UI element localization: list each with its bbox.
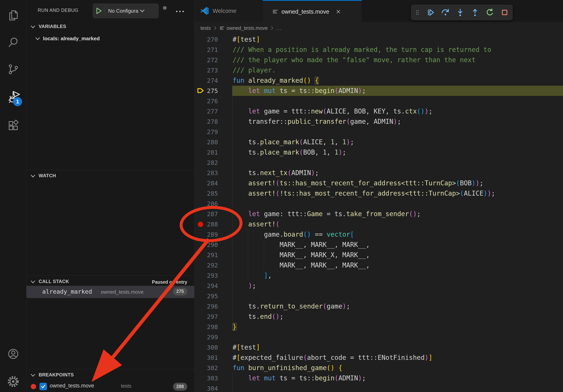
breakpoint-list-item[interactable]: owned_tests.move tests 288 bbox=[26, 381, 194, 392]
line-number: 290 bbox=[194, 240, 218, 250]
debug-config-dropdown[interactable]: No Configura bbox=[93, 3, 159, 18]
line-number: 304 bbox=[194, 383, 218, 392]
code-line-304[interactable]: 304 bbox=[194, 383, 563, 392]
code-line-293[interactable]: 293 ], bbox=[194, 270, 563, 281]
code-text: #[expected_failure(abort_code = ttt::ENo… bbox=[232, 353, 563, 363]
code-line-300[interactable]: 300#[test] bbox=[194, 342, 563, 353]
chevron-down-icon[interactable] bbox=[30, 174, 36, 178]
code-line-274[interactable]: 274fun already_marked() { bbox=[194, 75, 563, 86]
search-icon[interactable] bbox=[7, 36, 19, 49]
activity-bar: 1 bbox=[0, 0, 26, 392]
stop-icon[interactable] bbox=[500, 8, 509, 17]
breadcrumb[interactable]: tests owned_tests.move ... bbox=[194, 22, 563, 34]
chevron-down-icon[interactable] bbox=[140, 9, 145, 13]
debug-toolbar bbox=[411, 5, 512, 20]
step-into-icon[interactable] bbox=[456, 8, 465, 17]
account-icon[interactable] bbox=[7, 348, 19, 360]
breadcrumb-more[interactable]: ... bbox=[276, 25, 282, 31]
variables-locals-row[interactable]: locals: already_marked bbox=[26, 34, 194, 44]
code-line-303[interactable]: 303 let mut ts = ts::begin(ADMIN); bbox=[194, 373, 563, 383]
line-number: 291 bbox=[194, 250, 218, 260]
code-line-273[interactable]: 273/// player. bbox=[194, 65, 563, 75]
line-number: 297 bbox=[194, 312, 218, 322]
line-number: 293 bbox=[194, 270, 218, 281]
code-line-287[interactable]: 287 let game: ttt::Game = ts.take_from_s… bbox=[194, 209, 563, 219]
code-line-294[interactable]: 294 ); bbox=[194, 281, 563, 291]
divider bbox=[105, 6, 105, 16]
chevron-down-icon[interactable] bbox=[30, 25, 36, 29]
code-line-278[interactable]: 278 transfer::public_transfer(game, ADMI… bbox=[194, 117, 563, 127]
line-number: 275 bbox=[194, 86, 218, 96]
code-line-284[interactable]: 284 assert!(ts::has_most_recent_for_addr… bbox=[194, 178, 563, 188]
paused-status: Paused on entry bbox=[152, 279, 187, 285]
code-line-272[interactable]: 272/// the player who made the "false" m… bbox=[194, 55, 563, 65]
extensions-icon[interactable] bbox=[7, 119, 19, 131]
tab-welcome[interactable]: Welcome bbox=[194, 0, 263, 22]
code-line-282[interactable]: 282 bbox=[194, 157, 563, 168]
code-line-271[interactable]: 271/// When a position is already marked… bbox=[194, 45, 563, 55]
code-line-295[interactable]: 295 bbox=[194, 291, 563, 301]
debug-badge: 1 bbox=[13, 97, 22, 106]
indent-guide bbox=[232, 219, 232, 229]
code-text: /// player. bbox=[232, 65, 563, 75]
section-variables[interactable]: VARIABLES bbox=[26, 22, 194, 32]
divider bbox=[26, 369, 194, 369]
indent-guide bbox=[232, 86, 232, 96]
code-line-297[interactable]: 297 ts.end(); bbox=[194, 312, 563, 322]
line-number: 284 bbox=[194, 178, 218, 188]
sidebar-title: RUN AND DEBUG bbox=[38, 8, 78, 13]
continue-icon[interactable] bbox=[426, 8, 435, 17]
debug-settings-gear-icon[interactable] bbox=[162, 6, 167, 10]
code-line-283[interactable]: 283 ts.next_tx(ADMIN); bbox=[194, 168, 563, 178]
call-stack-frame-row[interactable]: already_marked owned_tests.move 275 bbox=[26, 286, 194, 298]
code-line-279[interactable]: 279 bbox=[194, 127, 563, 137]
code-line-280[interactable]: 280 ts.place_mark(ALICE, 1, 1); bbox=[194, 137, 563, 147]
code-line-281[interactable]: 281 ts.place_mark(BOB, 1, 1); bbox=[194, 147, 563, 157]
code-line-301[interactable]: 301#[expected_failure(abort_code = ttt::… bbox=[194, 353, 563, 363]
source-control-icon[interactable] bbox=[7, 63, 19, 75]
explorer-icon[interactable] bbox=[7, 9, 19, 22]
section-watch[interactable]: WATCH bbox=[26, 171, 194, 181]
code-line-289[interactable]: 289 game.board() == vector[ bbox=[194, 229, 563, 240]
code-line-296[interactable]: 296 ts.return_to_sender(game); bbox=[194, 301, 563, 312]
line-number: 271 bbox=[194, 45, 218, 55]
code-line-290[interactable]: 290 MARK__, MARK__, MARK__, bbox=[194, 240, 563, 250]
chevron-down-icon[interactable] bbox=[30, 280, 36, 284]
code-line-275[interactable]: 275 let mut ts = ts::begin(ADMIN); bbox=[194, 86, 563, 96]
toolbar-drag-grip[interactable] bbox=[414, 8, 420, 17]
indent-guide bbox=[232, 312, 232, 322]
section-call-stack[interactable]: CALL STACK Paused on entry bbox=[26, 277, 194, 287]
line-number: 292 bbox=[194, 260, 218, 270]
code-line-298[interactable]: 298} bbox=[194, 322, 563, 332]
restart-icon[interactable] bbox=[485, 8, 494, 17]
breakpoint-checkbox[interactable] bbox=[39, 383, 47, 390]
breadcrumb-file[interactable]: owned_tests.move bbox=[227, 25, 268, 31]
breadcrumb-folder[interactable]: tests bbox=[200, 25, 211, 31]
more-actions-icon[interactable] bbox=[176, 10, 184, 13]
code-line-291[interactable]: 291 MARK__, MARK_X, MARK__, bbox=[194, 250, 563, 260]
section-breakpoints[interactable]: BREAKPOINTS bbox=[26, 370, 194, 380]
code-text: let game = ttt::new(ALICE, BOB, KEY, ts.… bbox=[232, 106, 563, 117]
code-line-276[interactable]: 276 bbox=[194, 96, 563, 106]
indent-guide bbox=[232, 301, 232, 312]
code-line-277[interactable]: 277 let game = ttt::new(ALICE, BOB, KEY,… bbox=[194, 106, 563, 117]
code-line-288[interactable]: 288 assert!( bbox=[194, 219, 563, 229]
code-line-302[interactable]: 302fun burn_unfinished_game() { bbox=[194, 363, 563, 373]
code-line-270[interactable]: 270#[test] bbox=[194, 34, 563, 45]
code-line-285[interactable]: 285 assert!(!ts::has_most_recent_for_add… bbox=[194, 188, 563, 198]
code-line-286[interactable]: 286 bbox=[194, 198, 563, 209]
code-line-299[interactable]: 299 bbox=[194, 332, 563, 342]
line-number: 272 bbox=[194, 55, 218, 65]
start-debug-icon[interactable] bbox=[96, 7, 102, 15]
step-over-icon[interactable] bbox=[441, 8, 450, 17]
indent-guide bbox=[232, 96, 232, 106]
line-number: 279 bbox=[194, 127, 218, 137]
indent-guide bbox=[232, 178, 232, 188]
chevron-down-icon[interactable] bbox=[30, 373, 36, 377]
step-out-icon[interactable] bbox=[471, 8, 480, 17]
chevron-down-icon[interactable] bbox=[35, 37, 40, 41]
settings-gear-icon[interactable] bbox=[7, 375, 19, 388]
close-icon[interactable] bbox=[335, 9, 341, 14]
tab-owned-tests-move[interactable]: owned_tests.move bbox=[263, 0, 362, 23]
code-line-292[interactable]: 292 MARK__, MARK__, MARK__, bbox=[194, 260, 563, 270]
